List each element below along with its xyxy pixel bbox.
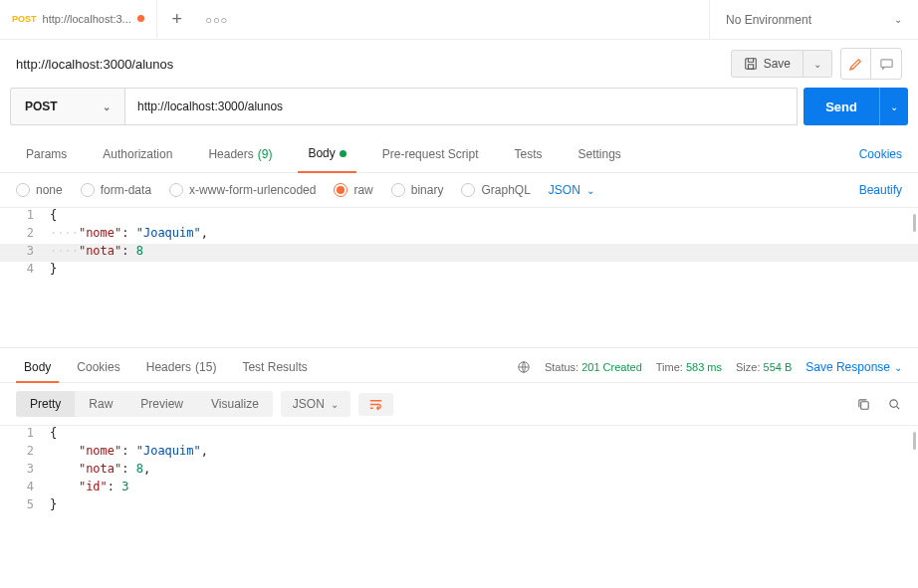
method-select[interactable]: POST ⌄ [10,88,124,125]
body-type-none[interactable]: none [16,183,63,197]
chevron-down-icon: ⌄ [103,101,111,112]
response-toolbar: Pretty Raw Preview Visualize JSON ⌄ [0,383,918,425]
url-input[interactable] [124,88,798,125]
environment-selector[interactable]: No Environment ⌄ [709,0,918,39]
request-title[interactable]: http://localhost:3000/alunos [16,57,173,72]
response-meta: Status: 201 Created Time: 583 ms Size: 5… [517,360,902,374]
body-type-raw[interactable]: raw [334,183,372,197]
comment-icon [879,57,894,72]
edit-button[interactable] [841,49,871,79]
svg-rect-0 [745,59,756,70]
body-format-label: JSON [549,183,580,197]
scrollbar-indicator-icon [913,214,916,232]
method-value: POST [25,99,58,113]
chevron-down-icon: ⌄ [813,59,821,70]
tab-prerequest[interactable]: Pre-request Script [372,135,489,172]
resp-tab-tests[interactable]: Test Results [234,352,315,382]
request-tab[interactable]: POST http://localhost:3... [0,0,157,39]
add-tab-button[interactable]: + [157,9,197,30]
wrap-icon [368,397,383,412]
response-format-label: JSON [293,397,325,411]
request-body-editor[interactable]: 1{ 2····"nome": "Joaquim", 3····"nota": … [0,207,918,347]
title-actions: Save ⌄ [731,48,902,80]
environment-label: No Environment [726,13,811,27]
body-type-xwww[interactable]: x-www-form-urlencoded [169,183,316,197]
search-icon[interactable] [887,397,902,412]
url-bar: POST ⌄ Send ⌄ [0,88,918,135]
tab-body-label: Body [308,146,335,160]
save-caret-button[interactable]: ⌄ [803,51,831,77]
resp-tab-cookies[interactable]: Cookies [69,352,127,382]
view-raw[interactable]: Raw [75,391,126,417]
edit-comment-group [840,48,902,80]
tab-overflow-button[interactable]: ○○○ [197,14,237,26]
tab-params[interactable]: Params [16,135,77,172]
tab-method-badge: POST [12,14,37,24]
body-type-options: none form-data x-www-form-urlencoded raw… [0,173,918,207]
time-group[interactable]: Time: 583 ms [656,361,722,373]
beautify-link[interactable]: Beautify [859,183,902,197]
chevron-down-icon: ⌄ [331,399,339,410]
resp-headers-count: (15) [195,360,216,374]
save-button[interactable]: Save [732,51,803,77]
tab-tests[interactable]: Tests [504,135,552,172]
copy-icon[interactable] [856,397,871,412]
send-button[interactable]: Send [803,88,879,125]
body-indicator-icon [340,150,346,157]
pencil-icon [848,57,863,72]
chevron-down-icon: ⌄ [894,362,902,373]
svg-rect-1 [748,65,753,69]
resp-tab-headers[interactable]: Headers (15) [138,352,225,382]
svg-rect-4 [861,401,869,409]
body-type-graphql[interactable]: GraphQL [461,183,530,197]
view-preview[interactable]: Preview [126,391,197,417]
body-type-binary[interactable]: binary [391,183,444,197]
save-response-button[interactable]: Save Response ⌄ [805,360,902,374]
tab-headers[interactable]: Headers (9) [198,135,282,172]
send-caret-button[interactable]: ⌄ [879,88,908,125]
chevron-down-icon: ⌄ [890,101,898,112]
tab-body[interactable]: Body [298,136,355,173]
tab-title: http://localhost:3... [43,13,131,25]
resp-tab-body[interactable]: Body [16,353,59,383]
tab-authorization[interactable]: Authorization [93,135,182,172]
status-group[interactable]: Status: 201 Created [545,361,642,373]
response-toolbar-right [856,397,902,412]
size-group[interactable]: Size: 554 B [736,361,792,373]
view-pretty[interactable]: Pretty [16,391,75,417]
globe-icon[interactable] [517,360,531,374]
save-icon [744,57,758,71]
body-type-formdata[interactable]: form-data [81,183,151,197]
view-mode-group: Pretty Raw Preview Visualize [16,391,273,417]
tabs-bar: POST http://localhost:3... + ○○○ No Envi… [0,0,918,40]
tab-settings[interactable]: Settings [569,135,631,172]
cookies-link[interactable]: Cookies [859,147,902,161]
view-visualize[interactable]: Visualize [197,391,273,417]
wrap-lines-button[interactable] [358,393,393,416]
unsaved-dot-icon [137,15,144,22]
comment-button[interactable] [871,49,901,79]
response-body-viewer[interactable]: 1{ 2 "nome": "Joaquim", 3 "nota": 8, 4 "… [0,425,918,555]
save-response-label: Save Response [805,360,890,374]
svg-point-5 [890,399,898,407]
chevron-down-icon: ⌄ [586,185,594,196]
headers-count: (9) [258,147,273,161]
chevron-down-icon: ⌄ [894,14,902,25]
title-bar: http://localhost:3000/alunos Save ⌄ [0,40,918,88]
svg-rect-2 [880,59,891,67]
scrollbar-indicator-icon [913,432,916,450]
response-format-select[interactable]: JSON ⌄ [281,391,350,417]
send-button-group: Send ⌄ [803,88,908,125]
resp-headers-label: Headers [146,360,191,374]
response-tabs: Body Cookies Headers (15) Test Results S… [0,347,918,383]
save-label: Save [764,57,791,71]
save-button-group: Save ⌄ [731,50,832,78]
tab-headers-label: Headers [208,147,253,161]
request-subtabs: Params Authorization Headers (9) Body Pr… [0,135,918,173]
body-format-select[interactable]: JSON ⌄ [549,183,594,197]
